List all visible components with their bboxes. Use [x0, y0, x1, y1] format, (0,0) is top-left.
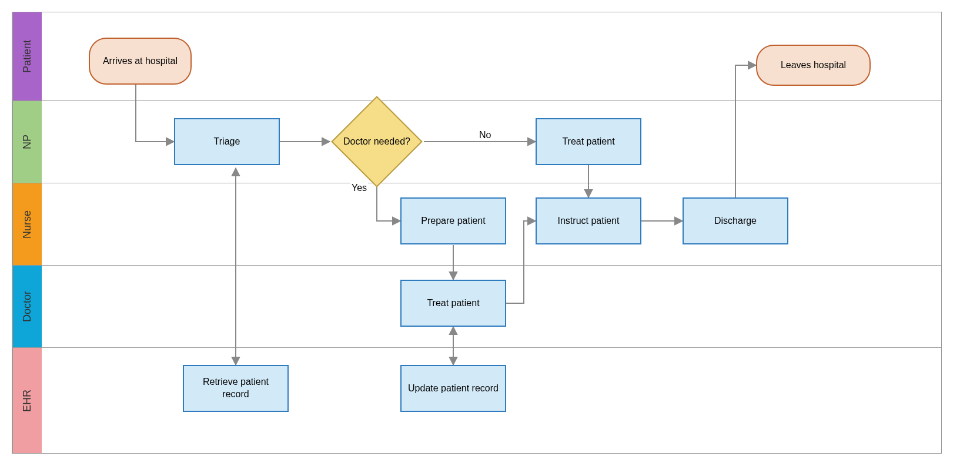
swimlane-diagram: Patient NP Nurse Doctor EHR [12, 12, 942, 454]
lane-header-np: NP [12, 101, 42, 183]
edge-label-no: No [478, 130, 492, 140]
node-treat-doctor: Treat patient [400, 280, 506, 327]
node-leaves: Leaves hospital [756, 45, 871, 86]
node-update: Update patient record [400, 365, 506, 412]
lane-header-nurse: Nurse [12, 183, 42, 265]
node-retrieve: Retrieve patient record [183, 365, 289, 412]
decision-label: Doctor needed? [319, 109, 435, 174]
lane-header-patient: Patient [12, 12, 42, 100]
node-arrives: Arrives at hospital [89, 38, 192, 85]
edge-label-yes: Yes [350, 183, 368, 193]
lane-header-ehr: EHR [12, 348, 42, 453]
node-instruct: Instruct patient [536, 197, 641, 244]
node-prepare: Prepare patient [400, 197, 506, 244]
node-treat-np: Treat patient [536, 118, 641, 165]
node-doctor-needed: Doctor needed? [344, 109, 409, 174]
node-triage: Triage [174, 118, 280, 165]
lane-header-doctor: Doctor [12, 266, 42, 347]
node-discharge: Discharge [683, 197, 788, 244]
